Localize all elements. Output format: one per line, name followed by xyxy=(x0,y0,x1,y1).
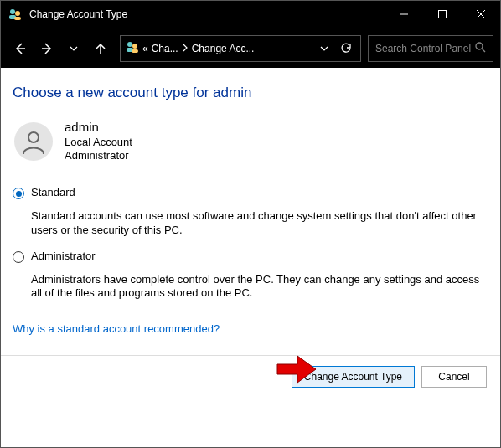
svg-rect-5 xyxy=(439,11,447,18)
radio-option-administrator[interactable]: Administrator xyxy=(13,250,487,263)
radio-button-administrator[interactable] xyxy=(13,251,24,263)
user-accounts-icon xyxy=(8,7,23,22)
user-name: admin xyxy=(65,120,132,136)
svg-line-16 xyxy=(482,49,485,52)
address-icon xyxy=(126,40,139,56)
navbar: « Cha... Change Acc... Search Control Pa… xyxy=(1,28,500,68)
refresh-button[interactable] xyxy=(337,43,355,54)
svg-point-15 xyxy=(476,43,483,49)
up-button[interactable] xyxy=(88,36,113,61)
maximize-button[interactable] xyxy=(423,1,462,28)
svg-rect-14 xyxy=(132,49,138,53)
user-role: Administrator xyxy=(65,149,132,162)
user-account-type: Local Account xyxy=(65,136,132,149)
search-icon xyxy=(475,42,486,55)
chevron-right-icon xyxy=(182,43,189,54)
why-standard-link[interactable]: Why is a standard account recommended? xyxy=(13,322,220,335)
svg-point-12 xyxy=(132,44,137,49)
address-dropdown[interactable] xyxy=(315,44,333,53)
svg-point-1 xyxy=(15,11,20,16)
page-heading: Choose a new account type for admin xyxy=(13,85,487,101)
breadcrumb-prefix: « xyxy=(142,43,148,54)
back-button[interactable] xyxy=(8,36,33,61)
breadcrumb-seg-2[interactable]: Change Acc... xyxy=(192,43,255,54)
standard-description: Standard accounts can use most software … xyxy=(13,209,487,237)
administrator-description: Administrators have complete control ove… xyxy=(13,273,487,301)
search-input[interactable]: Search Control Panel xyxy=(368,35,493,62)
radio-button-standard[interactable] xyxy=(13,188,24,199)
close-button[interactable] xyxy=(462,1,500,28)
svg-rect-3 xyxy=(14,17,21,20)
minimize-button[interactable] xyxy=(385,1,423,28)
recent-dropdown[interactable] xyxy=(61,36,86,61)
radio-option-standard[interactable]: Standard xyxy=(13,186,487,199)
search-placeholder: Search Control Panel xyxy=(375,43,471,54)
window-title: Change Account Type xyxy=(29,8,385,20)
address-bar[interactable]: « Cha... Change Acc... xyxy=(120,35,361,62)
svg-point-17 xyxy=(28,132,39,142)
breadcrumb-seg-1[interactable]: Cha... xyxy=(152,43,178,54)
cancel-button[interactable]: Cancel xyxy=(421,366,487,388)
titlebar: Change Account Type xyxy=(1,1,500,28)
change-account-type-button[interactable]: Change Account Type xyxy=(292,366,415,388)
forward-button[interactable] xyxy=(34,36,59,61)
avatar-icon xyxy=(14,122,53,161)
radio-label-standard: Standard xyxy=(31,186,75,198)
content-area: Choose a new account type for admin admi… xyxy=(1,68,500,343)
radio-label-administrator: Administrator xyxy=(31,250,96,262)
button-row: Change Account Type Cancel xyxy=(1,356,500,398)
svg-point-0 xyxy=(10,9,15,14)
svg-point-11 xyxy=(127,42,132,47)
user-info: admin Local Account Administrator xyxy=(13,120,487,162)
